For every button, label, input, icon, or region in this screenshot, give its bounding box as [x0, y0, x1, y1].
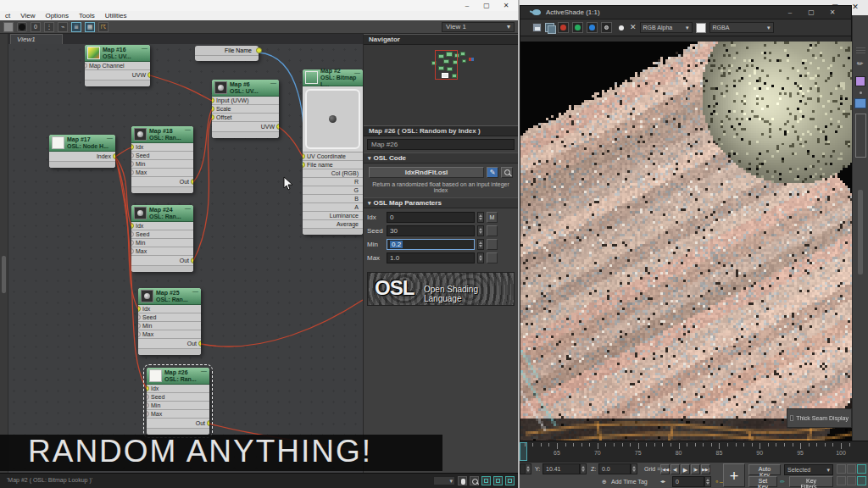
input-socket[interactable]	[131, 240, 134, 246]
node-map26[interactable]: Map #26OSL: Ran...—IdxSeedMinMaxOut	[147, 368, 209, 435]
node-minimize-icon[interactable]: —	[185, 126, 191, 132]
param-field[interactable]: 1.0	[387, 252, 475, 263]
next-frame-button[interactable]: |▶	[691, 464, 700, 474]
input-socket[interactable]	[147, 411, 149, 417]
minimize-icon[interactable]: –	[782, 6, 798, 19]
output-socket[interactable]	[207, 420, 209, 426]
node-minimize-icon[interactable]: —	[185, 205, 191, 211]
output-socket[interactable]	[113, 153, 115, 159]
save-image-icon[interactable]	[532, 23, 542, 32]
panel-scrollbar[interactable]	[858, 190, 863, 274]
param-field[interactable]: 0.2	[387, 239, 475, 250]
param-spinner[interactable]	[477, 225, 484, 236]
blank-slot[interactable]	[487, 239, 498, 250]
scrollbar[interactable]	[2, 256, 6, 293]
y-coordinate-field[interactable]: 10.41	[542, 463, 580, 474]
node-header[interactable]: Map #6OSL: UV...—	[212, 80, 279, 97]
node-minimize-icon[interactable]: —	[192, 288, 198, 294]
param-spinner[interactable]	[477, 212, 484, 223]
pan-icon[interactable]	[847, 464, 856, 474]
input-socket[interactable]	[131, 144, 134, 150]
maximize-viewport-icon[interactable]	[857, 476, 866, 485]
map-slot-button[interactable]: M	[487, 212, 498, 223]
set-key-button[interactable]: Set Key	[748, 476, 777, 487]
go-to-end-button[interactable]: ▶▶|	[701, 464, 710, 474]
osl-browse-icon[interactable]	[501, 167, 513, 178]
zoom-extents-icon[interactable]	[493, 476, 503, 485]
alpha-channel-icon[interactable]	[601, 22, 612, 33]
list-view-icon[interactable]: ≣	[71, 22, 81, 32]
zoom-selected-icon[interactable]	[505, 476, 515, 485]
zero-button[interactable]: 0	[31, 22, 41, 32]
node-header[interactable]: Map #16OSL: UV...—	[85, 45, 150, 62]
input-socket[interactable]	[138, 331, 141, 337]
x-spinner[interactable]	[525, 463, 531, 474]
rollout-osl-code[interactable]: ▾OSL Code	[364, 152, 518, 164]
monochrome-icon[interactable]	[615, 22, 626, 33]
pick-material-icon[interactable]: ☈	[98, 22, 108, 32]
clear-icon[interactable]: ✕	[630, 22, 637, 33]
osl-file-button[interactable]: IdxRndFlt.osl	[369, 167, 484, 178]
output-socket[interactable]	[276, 124, 279, 130]
input-socket[interactable]	[131, 161, 134, 167]
menu-item-0[interactable]: ct	[1, 12, 14, 19]
z-spinner[interactable]	[631, 463, 637, 474]
node-name-field[interactable]: Map #26	[367, 139, 515, 150]
node-minimize-icon[interactable]: —	[201, 368, 207, 374]
input-socket[interactable]	[138, 306, 141, 312]
blank-slot[interactable]	[487, 252, 498, 263]
y-spinner[interactable]	[580, 463, 587, 474]
param-field[interactable]: 0	[387, 212, 475, 223]
node-graph-view[interactable]: Map #16OSL: UV...—Map ChannelUVWFile Nam…	[8, 44, 363, 473]
node-map6[interactable]: Map #6OSL: UV...—Input (UVW)ScaleOffsetU…	[212, 80, 279, 138]
input-socket[interactable]	[303, 162, 305, 168]
node-minimize-icon[interactable]: —	[142, 45, 147, 51]
blank-slot[interactable]	[487, 225, 498, 236]
node-minimize-icon[interactable]: —	[270, 80, 276, 86]
input-socket[interactable]	[131, 248, 134, 254]
node-filename[interactable]: File Name	[195, 46, 259, 61]
timeline-ruler[interactable]: 65707580859095100	[520, 441, 868, 462]
background-swatch[interactable]	[696, 23, 706, 33]
clone-rendering-icon[interactable]	[545, 23, 554, 32]
input-socket[interactable]	[147, 402, 149, 408]
create-key-button[interactable]: +	[723, 463, 745, 487]
thick-seam-checkbox[interactable]	[790, 415, 793, 421]
minimize-icon[interactable]: –	[458, 0, 476, 11]
output-socket[interactable]	[198, 341, 201, 347]
selection-filter-dropdown[interactable]: Selected ▾	[784, 464, 833, 475]
zoom-icon[interactable]	[470, 476, 479, 485]
material-ball-icon[interactable]	[17, 22, 27, 32]
node-map25[interactable]: Map #25OSL: Ran...—IdxSeedMinMaxOut	[138, 288, 201, 355]
input-socket[interactable]	[131, 152, 134, 158]
blue-channel-icon[interactable]	[587, 22, 598, 33]
node-minimize-icon[interactable]: —	[354, 69, 360, 75]
node-header[interactable]: Map #26OSL: Ran...—	[147, 368, 209, 385]
dots-icon[interactable]: ⋮	[44, 22, 54, 32]
input-socket[interactable]	[147, 394, 149, 400]
node-minimize-icon[interactable]: —	[107, 135, 113, 141]
node-link-icon[interactable]: ⌁	[58, 22, 68, 32]
close-icon[interactable]: ✕	[824, 6, 841, 19]
edit-pencil-icon[interactable]: ✎	[855, 58, 865, 69]
orbit-icon[interactable]	[857, 464, 866, 474]
output-socket[interactable]	[147, 72, 150, 78]
green-channel-icon[interactable]	[572, 22, 583, 33]
activeshade-titlebar[interactable]: ActiveShade (1:1) – ▢ ✕	[520, 6, 851, 19]
output-socket[interactable]	[191, 179, 193, 185]
input-socket[interactable]	[138, 323, 141, 329]
node-header[interactable]: Map #17OSL: Node H...—	[49, 135, 115, 152]
key-filters-button[interactable]: Key Filters...	[789, 476, 833, 487]
rendered-image[interactable]	[520, 42, 853, 446]
param-field[interactable]: 30	[387, 225, 475, 236]
osl-edit-button[interactable]: ✎	[487, 167, 498, 178]
menu-item-3[interactable]: Tools	[75, 12, 99, 19]
view-select[interactable]: View 1 ▾	[442, 22, 515, 32]
input-socket[interactable]	[85, 63, 87, 69]
input-socket[interactable]	[212, 114, 214, 120]
output-socket[interactable]	[256, 47, 262, 53]
frame-spinner[interactable]	[704, 476, 711, 487]
input-socket[interactable]	[147, 385, 149, 391]
menu-item-2[interactable]: Options	[41, 12, 73, 19]
zoom-extents-icon[interactable]	[837, 476, 846, 485]
